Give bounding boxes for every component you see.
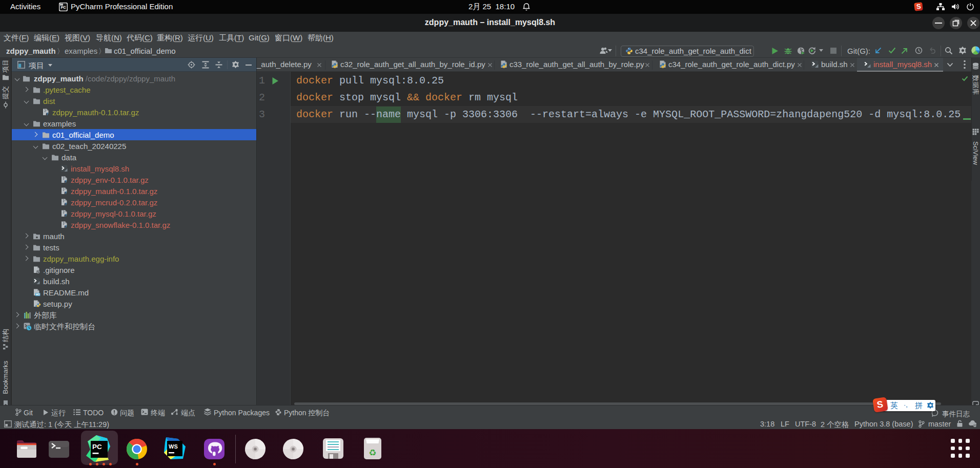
svg-text:?: ? (47, 112, 49, 116)
svg-text:WS: WS (169, 443, 178, 450)
svg-text:?: ? (65, 180, 67, 183)
svg-text:?: ? (65, 225, 67, 228)
svg-text:?: ? (65, 202, 67, 206)
svg-text:PC: PC (92, 443, 102, 451)
svg-text:MD: MD (36, 293, 40, 296)
svg-text:PC: PC (61, 6, 66, 9)
svg-text:♻: ♻ (369, 448, 376, 458)
svg-text:?: ? (65, 191, 67, 195)
svg-text:?: ? (65, 214, 67, 217)
